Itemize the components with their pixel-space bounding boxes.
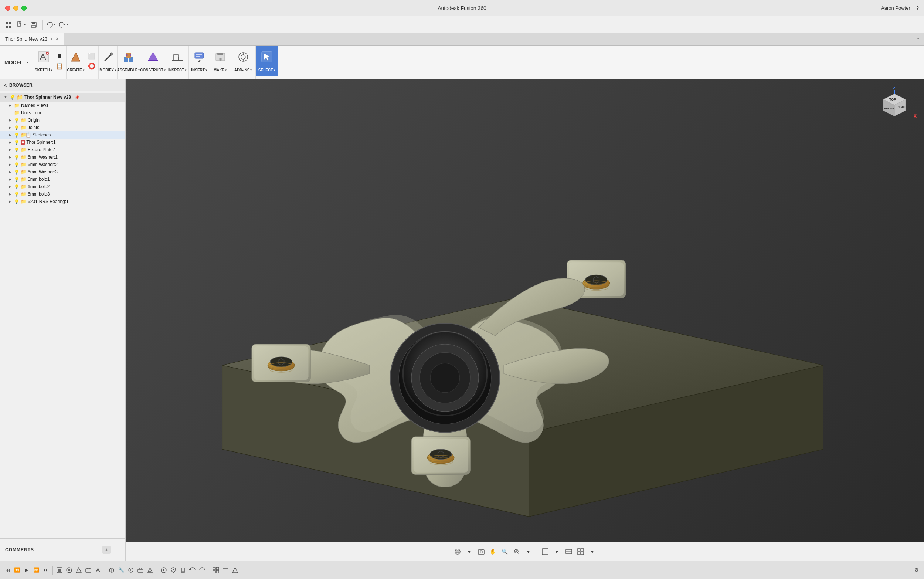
browser-minus-button[interactable]: − (105, 81, 113, 89)
bolt1-eye-icon[interactable]: 💡 (14, 177, 19, 182)
status-icon-10[interactable] (145, 566, 155, 574)
addins-button[interactable]: ADD-INS ▾ (231, 46, 255, 76)
status-next-button[interactable]: ⏩ (32, 566, 41, 574)
grid-button[interactable] (575, 546, 586, 557)
browser-item-fixture-plate[interactable]: ▶ 💡 📁 Fixture Plate:1 (0, 146, 125, 154)
comments-add-button[interactable]: + (102, 546, 111, 554)
active-tab[interactable]: Thor Spi... New v23 ● ✕ (0, 33, 64, 46)
browser-item-bolt3[interactable]: ▶ 💡 📁 6mm bolt:3 (0, 190, 125, 198)
browser-root-item[interactable]: ▼ 💡 📁 Thor Spinner New v23 📌 (0, 93, 125, 102)
thor-eye-icon[interactable]: 💡 (14, 140, 19, 145)
browser-pin-button[interactable]: | (114, 81, 122, 89)
named-views-expand[interactable]: ▶ (7, 103, 13, 108)
browser-item-washer1[interactable]: ▶ 💡 📁 6mm Washer:1 (0, 154, 125, 161)
comments-collapse-button[interactable]: | (112, 546, 120, 554)
grid-dropdown[interactable]: ▼ (587, 546, 597, 557)
status-icon-13[interactable] (178, 566, 188, 574)
root-pin-icon[interactable]: 📌 (75, 95, 79, 100)
browser-item-joints[interactable]: ▶ 💡 📁 Joints (0, 124, 125, 131)
create-cylinder-button[interactable]: ⭕ (85, 61, 98, 70)
user-name[interactable]: Aaron Powter (881, 5, 910, 11)
origin-eye-icon[interactable]: 💡 (14, 118, 19, 123)
origin-expand[interactable]: ▶ (7, 118, 13, 123)
modify-button[interactable]: MODIFY ▾ (99, 46, 117, 76)
bolt3-eye-icon[interactable]: 💡 (14, 192, 19, 197)
washer3-expand[interactable]: ▶ (7, 169, 13, 175)
status-icon-6[interactable] (107, 566, 116, 574)
bearing-expand[interactable]: ▶ (7, 199, 13, 204)
status-icon-8[interactable] (126, 566, 135, 574)
browser-item-sketches[interactable]: ▶ 💡 📁 📋 Sketches (0, 131, 125, 139)
construct-button[interactable]: CONSTRUCT ▾ (140, 46, 166, 76)
viewport[interactable]: Z TOP RIGHT FRONT X (126, 79, 924, 542)
help-icon[interactable]: ? (916, 5, 919, 11)
sketches-eye-icon[interactable]: 💡 (14, 133, 19, 137)
collapse-tabs-icon[interactable]: ⌃ (916, 37, 920, 43)
browser-item-bolt2[interactable]: ▶ 💡 📁 6mm bolt:2 (0, 183, 125, 190)
status-icon-2[interactable] (65, 566, 73, 574)
create-button[interactable]: CREATE ▾ (67, 46, 85, 76)
save-button[interactable] (28, 19, 39, 30)
close-window-button[interactable] (5, 5, 10, 11)
washer2-eye-icon[interactable]: 💡 (14, 162, 19, 167)
browser-item-bolt1[interactable]: ▶ 💡 📁 6mm bolt:1 (0, 176, 125, 183)
thor-expand[interactable]: ▶ (7, 140, 13, 145)
status-icon-17[interactable] (221, 566, 230, 574)
undo-button[interactable] (46, 19, 57, 30)
washer2-expand[interactable]: ▶ (7, 162, 13, 167)
status-icon-12[interactable] (169, 566, 178, 574)
bolt2-expand[interactable]: ▶ (7, 184, 13, 189)
bolt2-eye-icon[interactable]: 💡 (14, 185, 19, 189)
status-icon-1[interactable] (55, 566, 64, 574)
redo-button[interactable] (58, 19, 69, 30)
select-button[interactable]: SELECT ▾ (256, 46, 278, 76)
status-icon-9[interactable] (136, 566, 145, 574)
display-mode-button[interactable] (540, 546, 550, 557)
browser-collapse-icon[interactable]: ◁ (4, 82, 7, 88)
sketch-stop-button[interactable]: ⏹ (53, 52, 66, 61)
file-menu-button[interactable] (16, 19, 27, 30)
washer1-eye-icon[interactable]: 💡 (14, 155, 19, 160)
status-play-button[interactable]: ▶ (22, 566, 31, 574)
status-icon-11[interactable] (159, 566, 168, 574)
display-mode-dropdown[interactable]: ▼ (552, 546, 562, 557)
bearing-eye-icon[interactable]: 💡 (14, 199, 19, 204)
joints-expand[interactable]: ▶ (7, 125, 13, 130)
assemble-button[interactable]: ASSEMBLE ▾ (118, 46, 140, 76)
status-icon-5[interactable] (93, 566, 102, 574)
browser-item-thor-spinner[interactable]: ▶ 💡 ■ Thor Spinner:1 (0, 139, 125, 146)
root-expand-arrow[interactable]: ▼ (3, 95, 8, 100)
screenshot-button[interactable] (476, 546, 486, 557)
browser-item-bearing[interactable]: ▶ 💡 📁 6201-RRS Bearing:1 (0, 198, 125, 205)
status-icon-4[interactable] (84, 566, 93, 574)
inspect-button[interactable]: INSPECT ▾ (167, 46, 188, 76)
sketch-button[interactable]: SKETCH ▾ (34, 46, 53, 76)
insert-button[interactable]: INSERT ▾ (189, 46, 209, 76)
status-icon-16[interactable] (211, 566, 220, 574)
zoom-button[interactable]: 🔍 (500, 546, 510, 557)
status-icon-7[interactable]: 🔧 (117, 566, 126, 574)
browser-item-washer3[interactable]: ▶ 💡 📁 6mm Washer:3 (0, 168, 125, 176)
browser-item-origin[interactable]: ▶ 💡 📁 Origin (0, 116, 125, 124)
environment-button[interactable] (564, 546, 574, 557)
browser-item-washer2[interactable]: ▶ 💡 📁 6mm Washer:2 (0, 161, 125, 168)
tab-close-button[interactable]: ✕ (56, 37, 59, 41)
orbit-view-button[interactable] (452, 546, 463, 557)
zoom-dropdown[interactable]: ▼ (523, 546, 534, 557)
joints-eye-icon[interactable]: 💡 (14, 125, 19, 130)
washer3-eye-icon[interactable]: 💡 (14, 170, 19, 175)
browser-item-named-views[interactable]: ▶ 📁 Named Views (0, 102, 125, 109)
status-prev-button[interactable]: ⏪ (13, 566, 21, 574)
maximize-window-button[interactable] (21, 5, 27, 11)
settings-button[interactable]: ⚙ (912, 566, 921, 574)
fixture-expand[interactable]: ▶ (7, 147, 13, 152)
pan-view-dropdown[interactable]: ▼ (464, 546, 475, 557)
bolt3-expand[interactable]: ▶ (7, 191, 13, 197)
root-visibility-icon[interactable]: 💡 (10, 95, 15, 100)
sketches-expand[interactable]: ▶ (7, 132, 13, 137)
status-next-end-button[interactable]: ⏭ (41, 566, 50, 574)
make-button[interactable]: MAKE ▾ (210, 46, 231, 76)
status-icon-3[interactable] (74, 566, 83, 574)
status-icon-15[interactable] (198, 566, 207, 574)
status-icon-18[interactable] (231, 566, 240, 574)
